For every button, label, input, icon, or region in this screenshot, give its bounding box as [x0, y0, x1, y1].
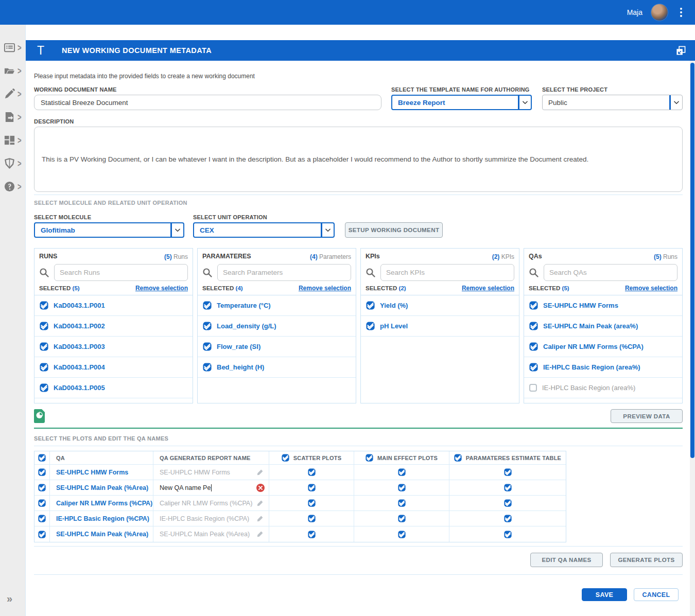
qa-link[interactable]: IE-HPLC Basic Region (%CPA) — [56, 515, 149, 522]
list-item[interactable] — [34, 398, 193, 403]
checked-icon[interactable] — [282, 454, 289, 462]
checked-icon[interactable] — [203, 363, 212, 372]
template-select[interactable]: Breeze Report — [391, 95, 532, 110]
checked-icon[interactable] — [203, 301, 212, 310]
checked-icon[interactable] — [366, 322, 375, 330]
checked-icon[interactable] — [40, 301, 48, 310]
checked-icon[interactable] — [38, 531, 46, 538]
edit-qa-names-button[interactable]: EDIT QA NAMES — [530, 553, 603, 567]
edit-pencil-icon[interactable] — [256, 500, 264, 507]
parameters-search-input[interactable] — [217, 264, 351, 281]
unit-operation-select[interactable]: CEX — [193, 222, 335, 238]
checked-icon[interactable] — [454, 454, 462, 462]
remove-selection-link[interactable]: Remove selection — [299, 285, 351, 292]
checked-icon[interactable] — [203, 342, 212, 351]
checked-icon[interactable] — [38, 468, 46, 476]
checked-icon[interactable] — [529, 363, 538, 372]
report-name-input[interactable]: New QA name Pe — [160, 484, 211, 491]
unchecked-icon[interactable] — [529, 384, 537, 392]
checked-icon[interactable] — [398, 468, 406, 476]
list-item[interactable]: KaD0043.1.P005 — [34, 378, 193, 398]
kpis-search-input[interactable] — [380, 264, 514, 281]
user-avatar[interactable] — [651, 4, 668, 21]
edit-pencil-icon[interactable] — [256, 515, 264, 522]
checked-icon[interactable] — [40, 322, 48, 330]
checked-icon[interactable] — [398, 484, 406, 491]
qa-link[interactable]: SE-UHPLC Main Peak (%Area) — [56, 484, 148, 491]
kebab-menu-icon[interactable] — [676, 5, 686, 20]
checked-icon[interactable] — [398, 499, 406, 507]
list-item[interactable]: Load_density (g/L) — [198, 316, 356, 337]
description-textarea[interactable]: This is a PV Working Document, or I can … — [34, 127, 683, 192]
checked-icon[interactable] — [504, 484, 512, 491]
checked-icon[interactable] — [366, 454, 373, 462]
sidebar-item-folders[interactable]: > — [0, 59, 25, 82]
list-item[interactable]: IE-HPLC Basic Region (area%) — [524, 378, 682, 398]
sidebar-item-dashboard[interactable]: > — [0, 129, 25, 152]
sidebar-item-documents[interactable]: > — [0, 36, 25, 59]
checked-icon[interactable] — [38, 499, 46, 507]
checked-icon[interactable] — [504, 515, 512, 522]
remove-selection-link[interactable]: Remove selection — [625, 285, 677, 292]
list-item[interactable]: KaD0043.1.P001 — [34, 295, 193, 316]
checked-icon[interactable] — [504, 531, 512, 538]
checked-icon[interactable] — [40, 383, 48, 392]
checked-icon[interactable] — [38, 454, 46, 462]
checked-icon[interactable] — [38, 515, 46, 522]
remove-selection-link[interactable]: Remove selection — [462, 285, 514, 292]
checked-icon[interactable] — [308, 499, 316, 507]
list-item[interactable]: SE-UHPLC HMW Forms — [524, 295, 682, 316]
list-item[interactable]: KaD0043.1.P004 — [34, 357, 193, 378]
list-item[interactable]: KaD0043.1.P002 — [34, 316, 193, 337]
checked-icon[interactable] — [308, 468, 316, 476]
checked-icon[interactable] — [308, 484, 316, 491]
qas-search-input[interactable] — [544, 264, 677, 281]
sidebar-item-edit[interactable]: > — [0, 82, 25, 105]
molecule-select[interactable]: Glofitimab — [34, 222, 184, 238]
qa-link[interactable]: SE-UHPLC HMW Forms — [56, 469, 128, 476]
runs-search-input[interactable] — [54, 264, 188, 281]
cancel-button[interactable]: CANCEL — [634, 588, 679, 601]
qa-link[interactable]: SE-UHPLC Main Peak (%Area) — [56, 531, 148, 538]
document-name-input[interactable] — [34, 95, 381, 110]
edit-pencil-icon[interactable] — [256, 531, 264, 538]
project-select[interactable]: Public — [542, 95, 683, 110]
list-item[interactable]: Temperature (°C) — [198, 295, 356, 316]
checked-icon[interactable] — [40, 363, 48, 372]
checked-icon[interactable] — [308, 515, 316, 522]
list-item[interactable]: SE-UHPLC Main Peak (area%) — [524, 316, 682, 337]
list-item[interactable]: IE-HPLC Basic Region (area%) — [524, 357, 682, 378]
sidebar-expand-icon[interactable]: » — [7, 593, 11, 605]
scrollbar-thumb[interactable] — [690, 63, 694, 458]
list-item[interactable]: Flow_rate (SI) — [198, 337, 356, 357]
list-item[interactable] — [524, 398, 682, 403]
checked-icon[interactable] — [504, 468, 512, 476]
checked-icon[interactable] — [40, 342, 48, 351]
save-button[interactable]: SAVE — [582, 588, 627, 601]
list-item[interactable]: Caliper NR LMW Forms (%CPA) — [524, 337, 682, 357]
checked-icon[interactable] — [398, 531, 406, 538]
list-item[interactable]: Bed_height (H) — [198, 357, 356, 378]
sidebar-item-export[interactable]: > — [0, 105, 25, 129]
preview-data-button[interactable]: PREVIEW DATA — [611, 409, 683, 423]
checked-icon[interactable] — [504, 499, 512, 507]
list-item[interactable]: KaD0043.1.P003 — [34, 337, 193, 357]
edit-pencil-icon[interactable] — [256, 469, 264, 476]
cancel-edit-icon[interactable] — [256, 484, 265, 492]
checked-icon[interactable] — [529, 301, 538, 310]
checked-icon[interactable] — [308, 531, 316, 538]
popout-icon[interactable] — [676, 46, 686, 56]
qa-link[interactable]: Caliper NR LMW Forms (%CPA) — [56, 500, 152, 507]
remove-selection-link[interactable]: Remove selection — [135, 285, 188, 292]
generate-plots-button[interactable]: GENERATE PLOTS — [610, 553, 683, 567]
checked-icon[interactable] — [529, 322, 538, 330]
sidebar-item-help[interactable]: > — [0, 175, 25, 198]
checked-icon[interactable] — [398, 515, 406, 522]
checked-icon[interactable] — [38, 484, 46, 491]
list-item[interactable]: Yield (%) — [361, 295, 519, 316]
checked-icon[interactable] — [366, 301, 375, 310]
setup-working-document-button[interactable]: SETUP WORKING DOCUMENT — [345, 222, 443, 238]
sidebar-item-security[interactable]: > — [0, 152, 25, 175]
checked-icon[interactable] — [529, 342, 538, 351]
checked-icon[interactable] — [203, 322, 212, 330]
